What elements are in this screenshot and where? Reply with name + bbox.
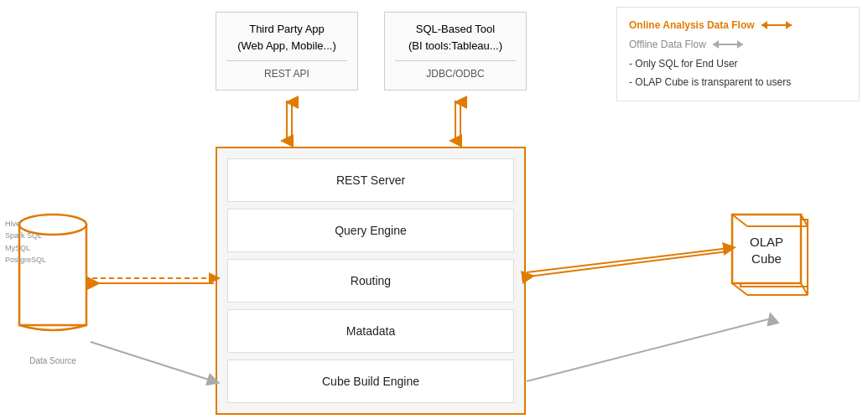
svg-rect-3 [732, 215, 801, 283]
rest-server-label: REST Server [336, 173, 405, 187]
query-engine-row: Query Engine [227, 209, 514, 252]
routing-label: Routing [351, 274, 391, 287]
sql-tool-title: SQL-Based Tool [395, 21, 516, 38]
jdbc-odbc-label: JDBC/ODBC [395, 60, 516, 81]
offline-label: Offline Data Flow [629, 35, 706, 54]
metadata-label: Matadata [346, 324, 395, 338]
cube-build-engine-label: Cube Build Engine [322, 375, 419, 388]
olap-cube: OLAP Cube [725, 208, 834, 308]
sql-tool-box: SQL-Based Tool (BI tools:Tableau...) JDB… [384, 12, 527, 91]
third-party-title: Third Party App [226, 21, 347, 38]
sql-tool-subtitle: (BI tools:Tableau...) [395, 38, 516, 54]
svg-line-6 [801, 283, 808, 295]
online-arrow-icon [761, 24, 792, 26]
diagram-container: Online Analysis Data Flow Offline Data F… [0, 0, 868, 419]
metadata-row: Matadata [227, 309, 514, 353]
query-engine-label: Query Engine [335, 224, 407, 237]
legend-offline: Offline Data Flow [629, 35, 847, 54]
third-party-app-box: Third Party App (Web App, Mobile...) RES… [216, 12, 358, 91]
sql-label: - Only SQL for End User [629, 54, 738, 74]
legend-box: Online Analysis Data Flow Offline Data F… [616, 7, 860, 101]
db-spark: Spark SQL [5, 230, 46, 241]
rest-api-label: REST API [226, 60, 347, 81]
db-mysql: MySQL [5, 242, 46, 254]
svg-text:OLAP: OLAP [750, 235, 783, 249]
db-postgres: PostgreSQL [5, 254, 46, 266]
olap-transparent-label: - OLAP Cube is transparent to users [629, 73, 791, 92]
cube-build-engine-row: Cube Build Engine [227, 360, 514, 403]
third-party-subtitle: (Web App, Mobile...) [226, 38, 347, 54]
cube-to-olap-arrow [527, 318, 772, 381]
legend-olap: - OLAP Cube is transparent to users [629, 73, 847, 92]
legend-online: Online Analysis Data Flow [629, 16, 847, 35]
routing-to-olap-arrow [527, 248, 730, 272]
db-text-label: Hive Spark SQL MySQL PostgreSQL [5, 218, 46, 266]
olap-to-routing-arrow [528, 251, 728, 277]
rest-server-row: REST Server [227, 158, 514, 202]
db-hive: Hive [5, 218, 46, 230]
legend-sql: - Only SQL for End User [629, 54, 847, 74]
db-bottom-label: Data Source [15, 356, 91, 365]
main-server-box: REST Server Query Engine Routing Matadat… [216, 147, 526, 415]
online-label: Online Analysis Data Flow [629, 16, 755, 35]
routing-row: Routing [227, 259, 514, 303]
db-to-cube-arrow [91, 342, 214, 381]
offline-arrow-icon [713, 44, 743, 45]
svg-text:Cube: Cube [751, 251, 782, 266]
